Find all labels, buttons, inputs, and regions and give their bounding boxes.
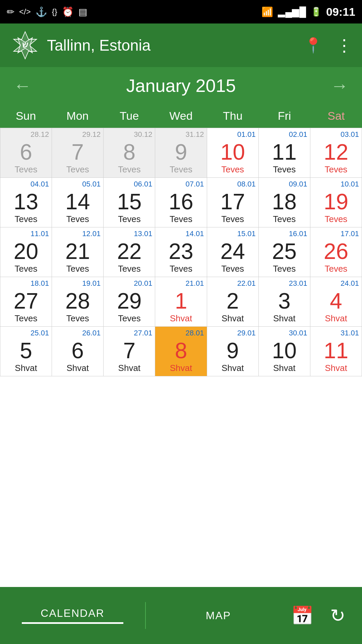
cell-top-date: 02.01 — [289, 130, 307, 139]
table-row[interactable]: 15.0124Teves — [207, 227, 259, 277]
cell-main-num: 23 — [169, 240, 193, 262]
table-row[interactable]: 14.0123Teves — [155, 227, 207, 277]
code-icon: </> — [19, 7, 31, 16]
cell-top-date: 31.01 — [341, 329, 359, 337]
day-header-fri: Fri — [258, 104, 310, 128]
table-row[interactable]: 16.0125Teves — [259, 227, 310, 277]
cell-main-num: 4 — [330, 290, 342, 312]
table-row[interactable]: 01.0110Teves — [207, 128, 259, 178]
cell-top-date: 15.01 — [237, 229, 256, 238]
table-row[interactable]: 12.0121Teves — [52, 227, 104, 277]
table-row[interactable]: 20.0129Teves — [104, 277, 155, 327]
cell-top-date: 29.12 — [82, 130, 101, 139]
cell-main-num: 5 — [20, 339, 32, 362]
cell-top-date: 01.01 — [237, 130, 256, 139]
table-row[interactable]: 30.0110Shvat — [259, 327, 310, 376]
more-icon[interactable]: ⋮ — [336, 36, 352, 55]
table-row[interactable]: 04.0113Teves — [0, 178, 52, 227]
brackets-icon: {} — [52, 7, 57, 16]
cell-main-num: 2 — [227, 290, 239, 312]
table-row[interactable]: 28.126Teves — [0, 128, 52, 178]
refresh-icon[interactable]: ↻ — [330, 605, 345, 626]
cell-top-date: 23.01 — [289, 279, 307, 288]
cell-top-date: 05.01 — [82, 180, 101, 189]
cell-hebrew: Shvat — [273, 363, 296, 373]
cell-top-date: 28.12 — [31, 130, 49, 139]
table-row[interactable]: 30.128Teves — [104, 128, 155, 178]
battery-icon: 🔋 — [311, 7, 321, 17]
cell-hebrew: Teves — [170, 164, 192, 175]
table-row[interactable]: 11.0120Teves — [0, 227, 52, 277]
cell-top-date: 07.01 — [186, 180, 204, 189]
cell-hebrew: Teves — [273, 164, 296, 175]
calendar-icon[interactable]: 📅 — [291, 605, 313, 626]
app-header: ש Tallinn, Estonia 📍 ⋮ — [0, 23, 362, 67]
table-row[interactable]: 29.127Teves — [52, 128, 104, 178]
wifi-icon: 📶 — [261, 6, 273, 17]
table-row[interactable]: 22.012Shvat — [207, 277, 259, 327]
cell-main-num: 17 — [220, 191, 245, 213]
table-row[interactable]: 21.011Shvat — [155, 277, 207, 327]
table-row[interactable]: 10.0119Teves — [310, 178, 362, 227]
calendar: Sun Mon Tue Wed Thu Fri Sat 28.126Teves2… — [0, 104, 362, 376]
bottom-nav: CALENDAR MAP 📅 ↻ — [0, 587, 362, 644]
cell-hebrew: Shvat — [15, 363, 37, 373]
map-tab-label: MAP — [206, 609, 231, 622]
table-row[interactable]: 08.0117Teves — [207, 178, 259, 227]
cell-top-date: 24.01 — [341, 279, 359, 288]
cell-top-date: 19.01 — [82, 279, 101, 288]
cell-hebrew: Shvat — [66, 363, 89, 373]
table-row[interactable]: 09.0118Teves — [259, 178, 310, 227]
cell-hebrew: Shvat — [325, 313, 347, 324]
table-row[interactable]: 28.018Shvat — [155, 327, 207, 376]
white-area — [0, 376, 362, 474]
cell-top-date: 27.01 — [134, 329, 152, 337]
tab-map[interactable]: MAP — [146, 594, 291, 637]
cell-top-date: 11.01 — [31, 229, 49, 238]
cell-hebrew: Teves — [221, 264, 244, 274]
location-icon[interactable]: 📍 — [304, 37, 322, 54]
cell-top-date: 30.01 — [289, 329, 307, 337]
clock-icon: ⏰ — [62, 6, 74, 17]
cell-main-num: 7 — [123, 339, 135, 362]
table-row[interactable]: 24.014Shvat — [310, 277, 362, 327]
table-row[interactable]: 07.0116Teves — [155, 178, 207, 227]
status-icons-right: 📶 ▂▄▆█ 🔋 09:11 — [261, 5, 355, 18]
cell-hebrew: Teves — [170, 214, 192, 224]
table-row[interactable]: 06.0115Teves — [104, 178, 155, 227]
tab-calendar[interactable]: CALENDAR — [0, 594, 145, 637]
table-row[interactable]: 26.016Shvat — [52, 327, 104, 376]
table-row[interactable]: 25.015Shvat — [0, 327, 52, 376]
cell-top-date: 18.01 — [31, 279, 49, 288]
prev-month-button[interactable]: ← — [13, 75, 32, 96]
cell-main-num: 3 — [278, 290, 291, 312]
table-row[interactable]: 18.0127Teves — [0, 277, 52, 327]
cell-main-num: 27 — [14, 290, 38, 312]
day-header-sun: Sun — [0, 104, 52, 128]
bottom-nav-right: 📅 ↻ — [291, 605, 362, 626]
table-row[interactable]: 19.0128Teves — [52, 277, 104, 327]
cell-main-num: 6 — [20, 141, 32, 163]
table-row[interactable]: 05.0114Teves — [52, 178, 104, 227]
cell-main-num: 14 — [65, 191, 90, 213]
cell-top-date: 16.01 — [289, 229, 307, 238]
cell-top-date: 29.01 — [237, 329, 256, 337]
table-row[interactable]: 17.0126Teves — [310, 227, 362, 277]
cell-hebrew: Shvat — [325, 363, 347, 373]
cell-hebrew: Teves — [324, 214, 347, 224]
cell-hebrew: Teves — [15, 214, 38, 224]
table-row[interactable]: 03.0112Teves — [310, 128, 362, 178]
cell-main-num: 10 — [272, 339, 297, 362]
table-row[interactable]: 02.0111Teves — [259, 128, 310, 178]
table-row[interactable]: 13.0122Teves — [104, 227, 155, 277]
cell-top-date: 09.01 — [289, 180, 307, 189]
table-row[interactable]: 29.019Shvat — [207, 327, 259, 376]
table-row[interactable]: 27.017Shvat — [104, 327, 155, 376]
table-row[interactable]: 23.013Shvat — [259, 277, 310, 327]
table-row[interactable]: 31.129Teves — [155, 128, 207, 178]
cell-top-date: 03.01 — [341, 130, 359, 139]
cell-hebrew: Teves — [15, 264, 38, 274]
cell-main-num: 8 — [175, 339, 187, 362]
table-row[interactable]: 31.0111Shvat — [310, 327, 362, 376]
next-month-button[interactable]: → — [330, 75, 349, 96]
